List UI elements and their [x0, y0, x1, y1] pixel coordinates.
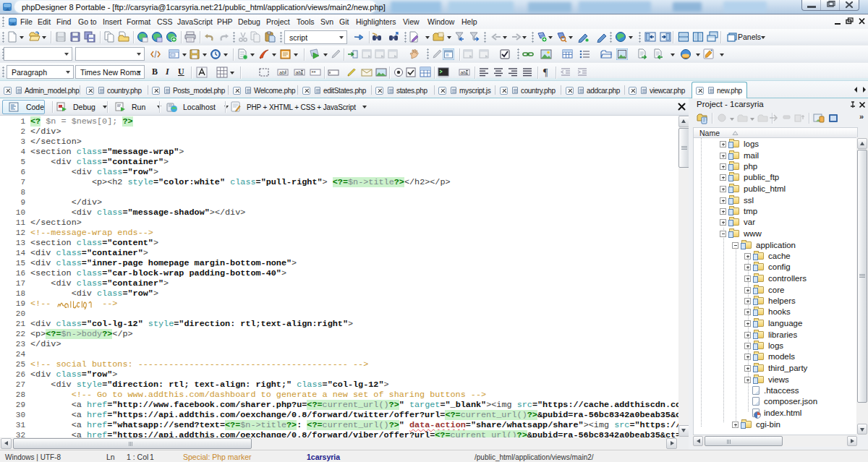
svg-text:**: **: [312, 69, 316, 76]
svg-text:ab: ab: [461, 70, 467, 75]
svg-text:ab: ab: [296, 70, 302, 75]
svg-text:ab: ab: [279, 70, 285, 75]
svg-text:¶: ¶: [543, 67, 548, 78]
